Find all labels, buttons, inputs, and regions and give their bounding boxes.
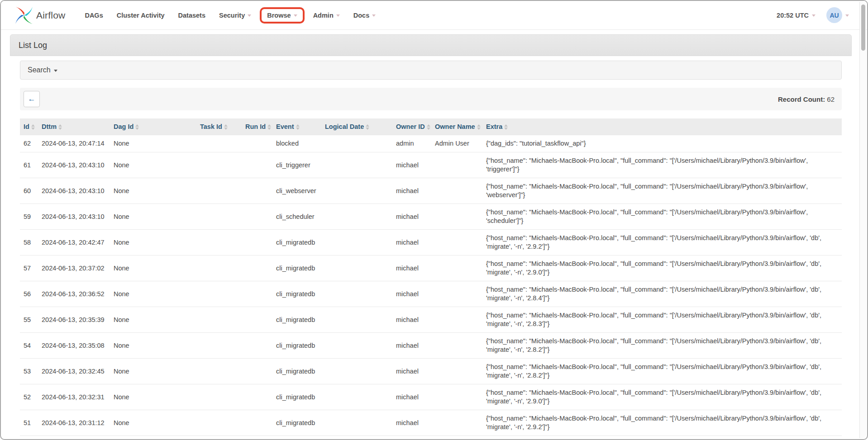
cell-extra: {"host_name": "Michaels-MacBook-Pro.loca… (482, 333, 842, 359)
table-row: 552024-06-13, 20:35:39Nonecli_migratedbm… (20, 307, 842, 333)
sort-icon[interactable] (267, 124, 271, 130)
sort-icon[interactable] (224, 124, 228, 130)
cell-owner-name (431, 178, 482, 204)
user-menu[interactable]: AU (826, 7, 849, 23)
chevron-down-icon (248, 14, 251, 17)
cell-owner-name: Admin User (431, 135, 482, 152)
cell-dag-id: None (110, 152, 196, 178)
cell-owner-id: michael (392, 436, 431, 440)
cell-extra: {"host_name": "Michaels-MacBook-Pro.loca… (482, 307, 842, 333)
cell-id: 54 (20, 333, 38, 359)
vertical-scrollbar[interactable] (859, 2, 866, 438)
column-header-dag-id[interactable]: Dag Id (110, 118, 196, 135)
nav-item-security[interactable]: Security (212, 7, 258, 24)
column-header-label: Owner ID (396, 123, 425, 130)
column-header-extra[interactable]: Extra (482, 118, 842, 135)
cell-run-id (242, 178, 272, 204)
browser-window: Airflow DAGsCluster ActivityDatasetsSecu… (0, 0, 868, 440)
cell-run-id (242, 135, 272, 152)
cell-logical-date (321, 230, 392, 255)
nav-item-docs[interactable]: Docs (347, 7, 382, 24)
cell-owner-name (431, 281, 482, 307)
cell-task-id (196, 230, 242, 255)
search-label: Search (28, 66, 51, 74)
cell-id: 55 (20, 307, 38, 333)
cell-dttm: 2024-06-13, 20:43:10 (38, 152, 110, 178)
cell-event: blocked (272, 135, 321, 152)
cell-run-id (242, 384, 272, 410)
cell-dttm: 2024-06-13, 20:37:02 (38, 255, 110, 281)
nav-item-datasets[interactable]: Datasets (172, 7, 212, 24)
table-row: 602024-06-13, 20:43:10Nonecli_webserverm… (20, 178, 842, 204)
cell-logical-date (321, 359, 392, 384)
cell-run-id (242, 307, 272, 333)
column-header-task-id[interactable]: Task Id (196, 118, 242, 135)
column-header-logical-date[interactable]: Logical Date (321, 118, 392, 135)
table-row: 512024-06-13, 20:31:12Nonecli_migratedbm… (20, 410, 842, 436)
dag-link[interactable]: check_dag (110, 436, 196, 440)
cell-dttm: 2024-06-13, 20:43:10 (38, 178, 110, 204)
column-header-event[interactable]: Event (272, 118, 321, 135)
cell-event: cli_migratedb (272, 307, 321, 333)
cell-owner-id: michael (392, 333, 431, 359)
search-toggle[interactable]: Search (20, 61, 842, 80)
column-header-owner-name[interactable]: Owner Name (431, 118, 482, 135)
cell-dag-id: None (110, 307, 196, 333)
nav-menu: DAGsCluster ActivityDatasetsSecurityBrow… (78, 7, 382, 24)
page-title-text: List Log (19, 41, 47, 50)
cell-dttm: 2024-06-13, 20:35:39 (38, 307, 110, 333)
sort-icon[interactable] (31, 124, 35, 130)
column-header-dttm[interactable]: Dttm (38, 118, 110, 135)
sort-icon[interactable] (477, 124, 481, 130)
cell-dttm: 2024-06-13, 20:32:31 (38, 384, 110, 410)
cell-dag-id: None (110, 204, 196, 230)
cell-task-id (196, 384, 242, 410)
nav-item-browse[interactable]: Browse (260, 7, 304, 24)
column-header-label: Id (24, 123, 29, 130)
cell-extra: {"host_name": "Michaels-MacBook-Pro.loca… (482, 178, 842, 204)
column-header-id[interactable]: Id (20, 118, 38, 135)
sort-icon[interactable] (427, 124, 430, 130)
cell-task-id (196, 135, 242, 152)
column-header-label: Event (276, 123, 294, 130)
cell-extra: {"host_name": "Michaels-MacBook-Pro.loca… (482, 230, 842, 255)
record-count: Record Count: 62 (778, 95, 835, 103)
sort-icon[interactable] (58, 124, 62, 130)
cell-id: 57 (20, 255, 38, 281)
cell-task-id (196, 410, 242, 436)
avatar[interactable]: AU (826, 7, 842, 23)
cell-run-id (242, 359, 272, 384)
column-header-owner-id[interactable]: Owner ID (392, 118, 431, 135)
cell-id: 56 (20, 281, 38, 307)
sort-icon[interactable] (296, 124, 300, 130)
sort-icon[interactable] (366, 124, 369, 130)
nav-item-admin[interactable]: Admin (306, 7, 347, 24)
cell-owner-id: michael (392, 255, 431, 281)
cell-owner-name (431, 333, 482, 359)
nav-item-dags[interactable]: DAGs (78, 7, 110, 24)
record-count-label: Record Count: (778, 95, 825, 103)
cell-event: cli_triggerer (272, 152, 321, 178)
cell-event: cli_migratedb (272, 230, 321, 255)
column-header-label: Task Id (200, 123, 222, 130)
left-arrow-icon: ← (28, 95, 36, 104)
sort-icon[interactable] (135, 124, 139, 130)
cell-logical-date (321, 436, 392, 440)
cell-extra: {"host_name": "Michaels-MacBook-Pro.loca… (482, 436, 842, 440)
airflow-brand[interactable]: Airflow (14, 6, 65, 25)
cell-id: 53 (20, 359, 38, 384)
cell-run-id (242, 281, 272, 307)
sort-icon[interactable] (504, 124, 508, 130)
chevron-down-icon (372, 14, 376, 17)
cell-task-id (196, 204, 242, 230)
nav-item-label: DAGs (85, 12, 103, 19)
back-button[interactable]: ← (24, 91, 40, 107)
column-header-run-id[interactable]: Run Id (242, 118, 272, 135)
cell-task-id (196, 255, 242, 281)
scrollbar-thumb[interactable] (861, 5, 865, 51)
cell-id: 52 (20, 384, 38, 410)
chevron-down-icon (336, 14, 340, 17)
nav-item-cluster-activity[interactable]: Cluster Activity (110, 7, 172, 24)
clock-menu[interactable]: 20:52 UTC (777, 12, 816, 19)
cell-logical-date (321, 333, 392, 359)
